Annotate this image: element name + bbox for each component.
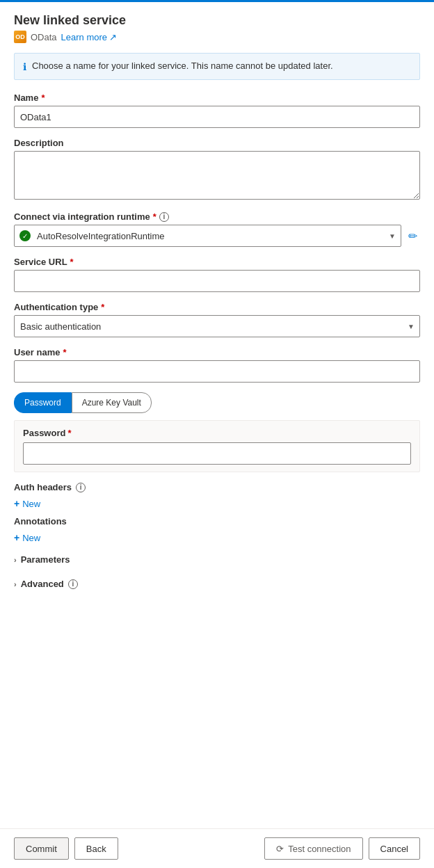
annotations-header: Annotations bbox=[14, 516, 420, 527]
auth-type-select-wrapper: Basic authentication Anonymous Windows O… bbox=[14, 315, 420, 337]
runtime-info-icon[interactable]: i bbox=[159, 212, 169, 222]
azure-key-vault-tab[interactable]: Azure Key Vault bbox=[72, 392, 152, 413]
auth-headers-new-button[interactable]: + New bbox=[14, 497, 40, 511]
annotations-plus-icon: + bbox=[14, 532, 19, 543]
advanced-expand-button[interactable]: › Advanced i bbox=[14, 574, 78, 593]
auth-headers-plus-icon: + bbox=[14, 498, 19, 509]
password-box: Password * bbox=[14, 420, 420, 472]
auth-type-group: Authentication type * Basic authenticati… bbox=[14, 302, 420, 337]
password-required: * bbox=[67, 428, 71, 438]
annotations-section: Annotations + New bbox=[14, 516, 420, 545]
runtime-row: AutoResolveIntegrationRuntime ▼ ✏ bbox=[14, 225, 420, 247]
runtime-required: * bbox=[153, 211, 156, 222]
name-required: * bbox=[41, 93, 45, 103]
parameters-expand-button[interactable]: › Parameters bbox=[14, 550, 70, 569]
test-connection-button[interactable]: ⟳ Test connection bbox=[264, 837, 362, 860]
service-url-required: * bbox=[70, 257, 74, 267]
description-group: Description bbox=[14, 138, 420, 202]
password-tab[interactable]: Password bbox=[14, 392, 72, 413]
subtitle-row: OD OData Learn more ↗ bbox=[14, 31, 420, 43]
main-content: New linked service OD OData Learn more ↗… bbox=[0, 2, 434, 828]
password-group: Password Azure Key Vault Password * bbox=[14, 392, 420, 472]
auth-headers-info-icon[interactable]: i bbox=[76, 483, 86, 492]
name-label: Name * bbox=[14, 93, 420, 103]
runtime-label: Connect via integration runtime * i bbox=[14, 211, 420, 222]
test-connection-icon: ⟳ bbox=[276, 844, 284, 854]
service-url-label: Service URL * bbox=[14, 257, 420, 267]
advanced-info-icon[interactable]: i bbox=[68, 579, 78, 589]
banner-text: Choose a name for your linked service. T… bbox=[32, 61, 333, 71]
description-textarea[interactable] bbox=[14, 151, 420, 200]
advanced-section: › Advanced i bbox=[14, 574, 420, 593]
runtime-select[interactable]: AutoResolveIntegrationRuntime bbox=[14, 225, 401, 247]
auth-headers-section: Auth headers i + New bbox=[14, 482, 420, 511]
odata-icon: OD bbox=[14, 31, 26, 43]
name-input[interactable] bbox=[14, 106, 420, 128]
username-input[interactable] bbox=[14, 360, 420, 383]
runtime-edit-button[interactable]: ✏ bbox=[405, 227, 420, 246]
description-label: Description bbox=[14, 138, 420, 148]
name-group: Name * bbox=[14, 93, 420, 128]
runtime-select-wrapper: AutoResolveIntegrationRuntime ▼ bbox=[14, 225, 401, 247]
subtitle-text: OData bbox=[31, 32, 57, 42]
page-title: New linked service bbox=[14, 13, 420, 28]
auth-type-required: * bbox=[101, 302, 104, 312]
commit-button[interactable]: Commit bbox=[14, 837, 69, 860]
username-group: User name * bbox=[14, 347, 420, 383]
footer: Commit Back ⟳ Test connection Cancel bbox=[0, 828, 434, 868]
runtime-status-icon bbox=[19, 230, 31, 241]
parameters-chevron-icon: › bbox=[14, 556, 17, 564]
auth-headers-header: Auth headers i bbox=[14, 482, 420, 492]
cancel-button[interactable]: Cancel bbox=[369, 837, 420, 860]
username-label: User name * bbox=[14, 347, 420, 357]
auth-type-select[interactable]: Basic authentication Anonymous Windows O… bbox=[14, 315, 420, 337]
auth-type-label: Authentication type * bbox=[14, 302, 420, 312]
password-field-label: Password * bbox=[23, 428, 411, 438]
username-required: * bbox=[63, 347, 66, 357]
service-url-input[interactable] bbox=[14, 270, 420, 292]
password-input[interactable] bbox=[23, 442, 411, 465]
service-url-group: Service URL * bbox=[14, 257, 420, 292]
back-button[interactable]: Back bbox=[74, 837, 118, 860]
info-banner: ℹ Choose a name for your linked service.… bbox=[14, 53, 420, 80]
parameters-section: › Parameters bbox=[14, 550, 420, 569]
advanced-chevron-icon: › bbox=[14, 580, 17, 588]
annotations-new-button[interactable]: + New bbox=[14, 531, 40, 545]
runtime-group: Connect via integration runtime * i Auto… bbox=[14, 211, 420, 247]
info-icon: ℹ bbox=[23, 61, 26, 72]
password-tab-group: Password Azure Key Vault bbox=[14, 392, 420, 413]
learn-more-link[interactable]: Learn more ↗ bbox=[61, 32, 117, 42]
